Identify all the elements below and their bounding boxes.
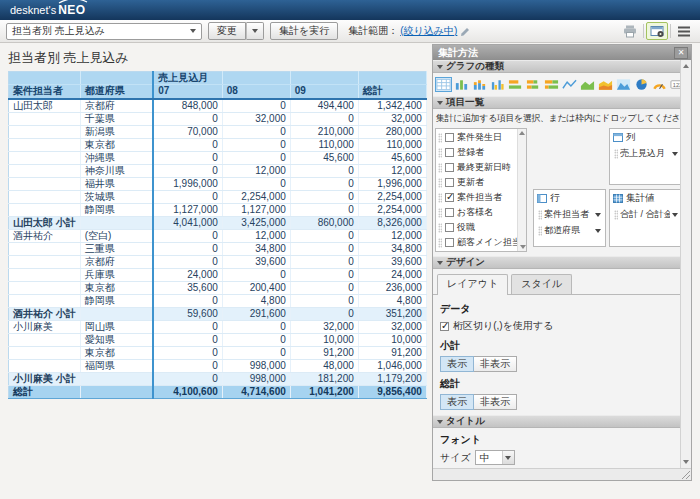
drop-box-item[interactable]: 案件担当者 — [536, 207, 603, 222]
checkbox-icon[interactable] — [445, 148, 454, 157]
clustered-column-chart-icon[interactable] — [489, 77, 506, 92]
table-cell: 0 — [290, 255, 358, 268]
checkbox-icon[interactable] — [445, 178, 454, 187]
grand-total-hide-button[interactable]: 非表示 — [474, 394, 517, 410]
field-item-label: 案件発生日 — [457, 131, 502, 144]
scroll-down-icon[interactable] — [520, 245, 526, 249]
scroll-up-icon[interactable] — [519, 131, 525, 135]
field-item[interactable]: 最終更新日時 — [436, 160, 517, 175]
table-row: 静岡県1,127,0001,127,00002,254,000 — [9, 203, 427, 216]
bar-chart-icon[interactable] — [507, 77, 524, 92]
resize-grip-icon[interactable] — [680, 469, 690, 479]
close-icon[interactable]: ✕ — [674, 47, 688, 59]
table-cell — [9, 164, 81, 177]
column-header-cell: 都道府県 — [80, 85, 153, 99]
value-box-items: 合計 / 合計金額 — [610, 207, 680, 222]
table-cell: 岡山県 — [80, 320, 153, 333]
section-item-list[interactable]: 項目一覧 — [433, 96, 680, 109]
drop-box-item[interactable]: 合計 / 合計金額 — [612, 207, 680, 222]
drag-grip-icon — [614, 149, 618, 159]
gauge-chart-icon[interactable] — [651, 77, 668, 92]
field-item[interactable]: 登録者 — [436, 145, 517, 160]
filtering-link[interactable]: (絞り込み中) — [400, 24, 457, 38]
field-item-label: 案件担当者 — [457, 191, 502, 204]
data-label: データ — [440, 302, 673, 316]
checkbox-icon[interactable] — [445, 208, 454, 217]
checkbox-icon[interactable] — [445, 223, 454, 232]
run-aggregation-button[interactable]: 集計を実行 — [270, 22, 338, 40]
stacked-bar-chart-icon[interactable] — [525, 77, 542, 92]
checkbox-icon[interactable] — [445, 163, 454, 172]
area-chart-icon[interactable] — [579, 77, 596, 92]
panel-scrollbar[interactable] — [680, 60, 691, 468]
field-list-scrollbar[interactable] — [517, 129, 526, 251]
edit-pencil-icon[interactable] — [459, 25, 471, 37]
tab-layout[interactable]: レイアウト — [437, 274, 508, 295]
table-row: 東京都0091,20091,200 — [9, 346, 427, 359]
column-header-cell: 07 — [153, 85, 222, 99]
drag-grip-icon — [614, 210, 618, 220]
table-cell: 9,856,400 — [358, 385, 426, 398]
drop-box-item[interactable]: 都道府県 — [536, 223, 603, 238]
tab-style[interactable]: スタイル — [511, 274, 572, 294]
checkbox-icon[interactable] — [445, 238, 454, 247]
settings-panel-toggle-button[interactable] — [646, 22, 668, 40]
full-stacked-bar-chart-icon[interactable] — [543, 77, 560, 92]
print-button[interactable] — [619, 22, 641, 40]
section-design[interactable]: デザイン — [433, 256, 680, 269]
stacked-column-chart-icon[interactable] — [471, 77, 488, 92]
table-chart-icon[interactable] — [435, 77, 452, 92]
checkbox-icon[interactable] — [445, 133, 454, 142]
change-menu-button[interactable] — [246, 22, 264, 40]
numeric-chart-icon[interactable]: 123 — [669, 77, 680, 92]
table-cell — [9, 242, 81, 255]
table-cell: 24,000 — [153, 268, 222, 281]
report-select[interactable]: 担当者別 売上見込み — [6, 23, 202, 40]
field-item[interactable]: 顧客メイン担当者 — [436, 235, 517, 250]
digit-separator-option[interactable]: 桁区切り(,)を使用する — [440, 319, 673, 333]
change-button[interactable]: 変更 — [208, 22, 246, 40]
field-item[interactable]: 案件発生日 — [436, 130, 517, 145]
column-group-header-cell — [290, 72, 358, 85]
filled-area-chart-icon[interactable] — [615, 77, 632, 92]
scroll-down-icon[interactable] — [683, 460, 689, 464]
grand-total-show-button[interactable]: 表示 — [440, 394, 474, 410]
column-group-header-cell: 売上見込月 — [153, 72, 222, 85]
field-item[interactable]: 役職 — [436, 220, 517, 235]
column-header-cell: 総計 — [358, 85, 426, 99]
subtotal-hide-button[interactable]: 非表示 — [474, 356, 517, 372]
field-item[interactable]: 更新者 — [436, 175, 517, 190]
subtotal-show-button[interactable]: 表示 — [440, 356, 474, 372]
stacked-area-chart-icon[interactable] — [597, 77, 614, 92]
drag-grip-icon — [438, 148, 442, 158]
drag-grip-icon — [438, 178, 442, 188]
font-size-select[interactable]: 中 — [475, 450, 515, 465]
drop-box-item-label: 売上見込月 — [620, 147, 670, 160]
table-cell: 京都府 — [80, 255, 153, 268]
table-cell: 0 — [153, 320, 222, 333]
line-chart-icon[interactable] — [561, 77, 578, 92]
table-cell: 0 — [290, 203, 358, 216]
checkbox-checked-icon[interactable] — [445, 193, 454, 202]
section-graph-type[interactable]: グラフの種類 — [433, 60, 680, 73]
table-row: 神奈川県012,000012,000 — [9, 164, 427, 177]
table-cell: 東京都 — [80, 281, 153, 294]
drag-grip-icon — [438, 208, 442, 218]
collapse-triangle-icon — [437, 101, 443, 105]
section-title-settings[interactable]: タイトル — [433, 415, 680, 428]
table-cell: 4,100,600 — [153, 385, 222, 398]
field-item[interactable]: 案件担当者 — [436, 190, 517, 205]
checkbox-checked-icon[interactable] — [440, 322, 449, 331]
table-cell: (空白) — [80, 229, 153, 242]
scroll-up-icon[interactable] — [683, 64, 689, 68]
column-chart-icon[interactable] — [453, 77, 470, 92]
table-cell: 35,600 — [153, 281, 222, 294]
size-label: サイズ — [440, 451, 471, 465]
field-item[interactable]: お客様名 — [436, 205, 517, 220]
select-arrow-icon — [502, 451, 514, 464]
pie-chart-icon[interactable] — [633, 77, 650, 92]
list-menu-button[interactable] — [673, 22, 695, 40]
table-cell: 0 — [153, 190, 222, 203]
table-cell: 総計 — [9, 385, 81, 398]
drop-box-item[interactable]: 売上見込月 — [612, 146, 680, 161]
